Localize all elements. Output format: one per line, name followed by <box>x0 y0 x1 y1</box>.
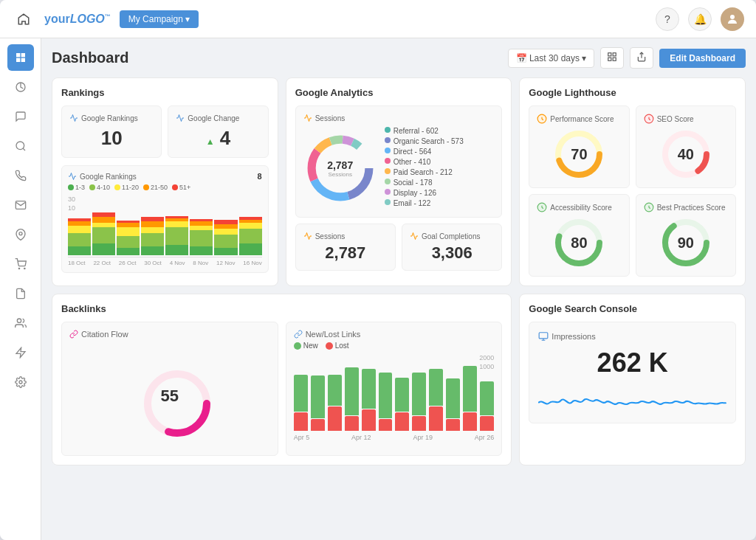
newlost-legend: New Lost <box>294 342 495 350</box>
sidebar-settings[interactable] <box>7 369 34 395</box>
svg-marker-11 <box>16 347 25 357</box>
rankings-bar-chart: Google Rankings 8 1-3 4-10 11-20 21-50 5… <box>61 165 269 273</box>
legend-21-50: 21-50 <box>143 184 168 191</box>
performance-score-card: Performance Score 70 <box>529 105 629 188</box>
sidebar-email[interactable] <box>7 192 34 218</box>
sidebar-users[interactable] <box>7 310 34 336</box>
google-change-card: Google Change ▲ 4 <box>168 105 268 158</box>
donut-label: 2,787 Sessions <box>327 159 353 178</box>
campaign-button[interactable]: My Campaign ▾ <box>120 10 199 28</box>
newlost-title: New/Lost Links <box>294 330 495 339</box>
citation-title: Citation Flow <box>69 330 128 339</box>
rankings-title: Rankings <box>61 87 269 98</box>
lighthouse-section: Google Lighthouse Performance Score <box>519 77 746 286</box>
svg-point-8 <box>18 268 19 269</box>
bar-chart-legend: 1-3 4-10 11-20 21-50 51+ <box>68 184 262 191</box>
analytics-stats-row: Sessions 2,787 Goal Completions 3,306 <box>295 224 503 271</box>
wave-chart <box>538 384 726 414</box>
svg-point-12 <box>19 381 22 384</box>
google-rankings-card: Google Rankings 10 <box>61 105 162 158</box>
backlinks-inner: Citation Flow 55 <box>61 322 502 456</box>
sessions-stat-card: Sessions 2,787 <box>295 224 396 271</box>
bar-chart-header: Google Rankings 8 <box>68 172 262 181</box>
grid-view-button[interactable] <box>600 47 624 69</box>
user-avatar[interactable] <box>721 7 744 31</box>
donut-analytics: 2,787 Sessions Referral - 602 Organic Se… <box>303 127 495 210</box>
sidebar-dashboard[interactable] <box>7 44 34 71</box>
analytics-section: Google Analytics Sessions <box>286 77 512 286</box>
svg-point-0 <box>730 15 735 19</box>
stacked-bars <box>294 372 495 431</box>
sidebar-phone[interactable] <box>7 162 34 189</box>
home-icon[interactable] <box>12 7 35 31</box>
svg-rect-4 <box>21 58 24 62</box>
svg-point-10 <box>17 319 21 322</box>
help-icon[interactable]: ? <box>656 7 679 31</box>
gsc-section: Google Search Console Impressions 262 K <box>519 294 746 465</box>
date-range-button[interactable]: 📅 Last 30 days ▾ <box>508 49 595 68</box>
sidebar-location[interactable] <box>7 221 34 248</box>
backlinks-title: Backlinks <box>61 303 502 314</box>
newlost-x-labels: Apr 5 Apr 12 Apr 19 Apr 26 <box>294 434 495 441</box>
svg-rect-3 <box>16 58 20 62</box>
sidebar-reports[interactable] <box>7 280 34 307</box>
donut-legend: Referral - 602 Organic Search - 573 Dire… <box>385 127 464 210</box>
header-actions: 📅 Last 30 days ▾ Edit Dashboard <box>508 47 746 69</box>
page-title: Dashboard <box>52 49 508 66</box>
sidebar-analytics[interactable] <box>7 74 34 100</box>
donut-chart: 2,787 Sessions <box>303 131 377 205</box>
svg-rect-13 <box>608 53 611 56</box>
notifications-icon[interactable]: 🔔 <box>688 7 712 31</box>
new-lost-links-card: New/Lost Links New Lost 2000 1000 <box>286 322 503 456</box>
analytics-title: Google Analytics <box>295 87 503 98</box>
legend-1-3: 1-3 <box>68 184 85 191</box>
impressions-value: 262 K <box>538 347 726 378</box>
legend-4-10: 4-10 <box>89 184 110 191</box>
logo: yourLOGO™ <box>44 13 111 26</box>
sessions-value: 2,787 <box>303 243 388 263</box>
rankings-mini-cards: Google Rankings 10 Google Change ▲ 4 <box>61 105 269 158</box>
bar-chart-title: Google Rankings <box>68 172 137 181</box>
sidebar-messages[interactable] <box>7 103 34 130</box>
content-header: Dashboard 📅 Last 30 days ▾ Edit Dashboar… <box>52 47 746 69</box>
best-practices-gauge: 90 <box>660 217 712 269</box>
svg-rect-2 <box>21 53 24 57</box>
legend-51plus: 51+ <box>172 184 190 191</box>
google-change-label: Google Change <box>176 114 260 122</box>
edit-dashboard-button[interactable]: Edit Dashboard <box>659 49 746 68</box>
gsc-title: Google Search Console <box>529 303 736 314</box>
legend-11-20: 11-20 <box>114 184 139 191</box>
bar-chart-count: 8 <box>258 172 262 181</box>
google-change-value: ▲ 4 <box>176 127 260 150</box>
rankings-section: Rankings Google Rankings 10 <box>52 77 278 286</box>
svg-rect-40 <box>539 333 548 339</box>
sidebar-integrations[interactable] <box>7 339 34 366</box>
sessions-donut-card: Sessions <box>295 105 503 218</box>
impressions-title: Impressions <box>538 331 726 342</box>
score-grid: Performance Score 70 <box>529 105 736 277</box>
svg-point-7 <box>19 232 22 235</box>
backlinks-section: Backlinks Citation Flow <box>52 294 512 465</box>
best-practices-score-card: Best Practices Score 90 <box>636 194 736 277</box>
impressions-card: Impressions 262 K <box>529 322 736 423</box>
sidebar-cart[interactable] <box>7 251 34 277</box>
goal-value: 3,306 <box>410 243 494 263</box>
seo-gauge: 40 <box>660 128 712 180</box>
svg-rect-15 <box>608 58 611 60</box>
x-axis-labels: 18 Oct 22 Oct 26 Oct 30 Oct 4 Nov 8 Nov … <box>68 260 262 266</box>
goal-completions-card: Goal Completions 3,306 <box>402 224 502 271</box>
google-rankings-value: 10 <box>69 127 154 150</box>
share-button[interactable] <box>630 47 653 69</box>
accessibility-gauge: 80 <box>553 217 605 269</box>
svg-rect-16 <box>613 58 616 60</box>
sidebar-search[interactable] <box>7 133 34 159</box>
citation-gauge: 55 <box>140 367 199 426</box>
svg-rect-14 <box>613 53 616 56</box>
lighthouse-title: Google Lighthouse <box>529 87 736 98</box>
dashboard-grid: Rankings Google Rankings 10 <box>52 77 746 465</box>
svg-rect-1 <box>16 53 20 57</box>
performance-gauge: 70 <box>553 128 605 180</box>
main-content: Dashboard 📅 Last 30 days ▾ Edit Dashboar… <box>41 38 756 540</box>
bar-chart-bars <box>68 213 262 257</box>
citation-value: 55 <box>161 387 179 406</box>
